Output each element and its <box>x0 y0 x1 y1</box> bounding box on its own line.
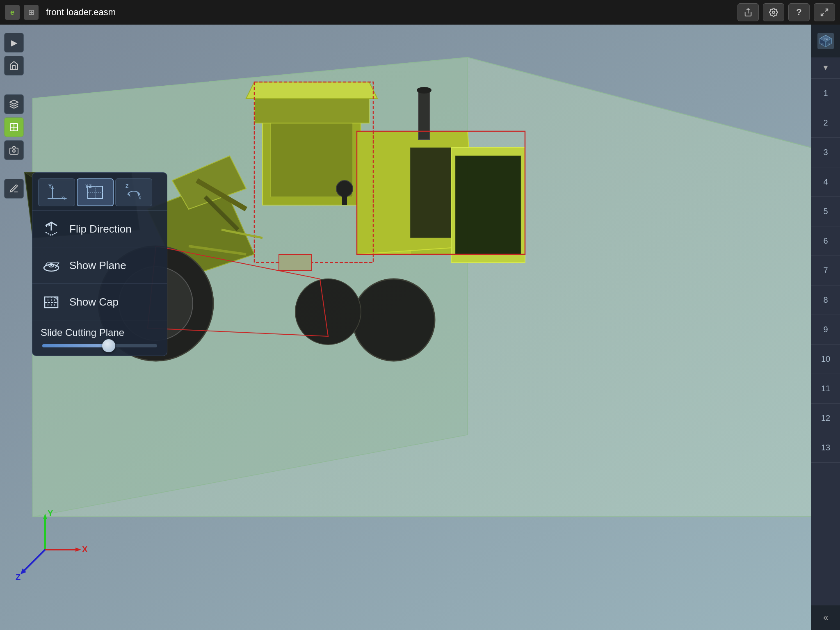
right-num-11[interactable]: 11 <box>811 374 840 404</box>
right-num-4[interactable]: 4 <box>811 167 840 197</box>
header: e ⊞ front loader.easm ? <box>0 0 840 25</box>
pencil-icon <box>9 184 19 194</box>
svg-point-76 <box>50 265 52 266</box>
share-button[interactable] <box>737 3 759 21</box>
sidebar-pencil-button[interactable] <box>4 179 24 199</box>
show-cap-label: Show Cap <box>69 296 119 308</box>
svg-rect-33 <box>279 254 312 271</box>
axis-zx-button[interactable]: Z x <box>115 178 152 206</box>
down-arrow-icon: ▼ <box>822 64 829 72</box>
help-icon: ? <box>796 7 801 18</box>
svg-rect-15 <box>455 156 521 254</box>
slide-cutting-plane-section: Slide Cutting Plane <box>32 320 167 356</box>
right-num-5[interactable]: 5 <box>811 197 840 226</box>
right-num-1[interactable]: 1 <box>811 79 840 108</box>
collapse-icon: « <box>823 612 828 623</box>
sidebar-home-button[interactable] <box>4 56 24 75</box>
svg-text:RI: RI <box>828 43 830 45</box>
nav-cube-container[interactable]: TOP FR RI <box>811 25 840 57</box>
svg-text:TOP: TOP <box>824 38 828 41</box>
right-num-13[interactable]: 13 <box>811 433 840 463</box>
svg-point-22 <box>353 279 435 361</box>
left-sidebar: ▶ <box>0 25 28 630</box>
svg-point-25 <box>417 87 431 94</box>
snapshot-icon <box>9 145 19 155</box>
settings-button[interactable] <box>763 3 784 21</box>
flip-direction-label: Flip Direction <box>69 223 132 235</box>
flip-direction-item[interactable]: Flip Direction <box>32 211 167 247</box>
grid-icon[interactable]: ⊞ <box>24 5 39 20</box>
svg-rect-49 <box>10 148 18 154</box>
sidebar-section-button[interactable] <box>4 117 24 137</box>
axis-yz-button[interactable]: Y Z <box>77 178 114 206</box>
svg-text:X: X <box>82 545 88 554</box>
help-button[interactable]: ? <box>788 3 810 21</box>
right-num-2[interactable]: 2 <box>811 108 840 138</box>
right-num-6[interactable]: 6 <box>811 226 840 256</box>
logo-icon[interactable]: e <box>5 5 20 20</box>
show-plane-icon <box>41 255 62 276</box>
right-num-9[interactable]: 9 <box>811 315 840 345</box>
section-popup-menu: Y x Y Z Z x <box>32 172 167 356</box>
svg-marker-82 <box>55 297 58 300</box>
slider-title: Slide Cutting Plane <box>41 327 159 338</box>
3d-nav-cube[interactable]: TOP FR RI <box>817 33 834 49</box>
svg-rect-24 <box>418 90 430 139</box>
svg-line-1 <box>825 9 828 11</box>
svg-text:Z: Z <box>126 183 128 189</box>
sidebar-snapshot-button[interactable] <box>4 140 24 160</box>
show-plane-item[interactable]: Show Plane <box>32 247 167 284</box>
right-num-12[interactable]: 12 <box>811 404 840 433</box>
show-cap-item[interactable]: Show Cap <box>32 284 167 320</box>
fullscreen-button[interactable] <box>814 3 835 21</box>
slider-fill <box>42 344 109 347</box>
svg-rect-8 <box>254 98 369 123</box>
slider-thumb[interactable] <box>102 339 115 352</box>
svg-point-50 <box>13 150 15 152</box>
home-icon <box>9 61 19 71</box>
svg-text:x: x <box>62 195 64 201</box>
svg-line-2 <box>821 13 824 16</box>
svg-marker-45 <box>10 100 18 104</box>
axis-yx-button[interactable]: Y x <box>38 178 75 206</box>
right-num-8[interactable]: 8 <box>811 285 840 315</box>
svg-marker-9 <box>246 82 377 98</box>
svg-text:Y: Y <box>48 509 53 518</box>
svg-text:Y: Y <box>48 183 52 189</box>
svg-point-0 <box>772 11 775 14</box>
right-num-7[interactable]: 7 <box>811 256 840 285</box>
flip-direction-icon <box>41 218 62 240</box>
svg-rect-27 <box>342 189 347 205</box>
app-title: front loader.easm <box>46 7 733 18</box>
show-cap-icon <box>41 291 62 313</box>
sidebar-play-button[interactable]: ▶ <box>4 33 24 52</box>
play-icon: ▶ <box>11 38 17 48</box>
section-icon <box>9 122 19 132</box>
cutting-plane-slider-track[interactable] <box>42 344 157 347</box>
right-sidebar: TOP FR RI ▼ 1 2 3 4 5 6 7 8 9 10 11 12 1… <box>811 25 840 630</box>
svg-marker-63 <box>64 197 67 200</box>
svg-marker-71 <box>128 192 130 197</box>
right-num-3[interactable]: 3 <box>811 138 840 167</box>
layers-icon <box>9 99 19 109</box>
right-num-10[interactable]: 10 <box>811 345 840 374</box>
show-plane-label: Show Plane <box>69 259 126 272</box>
svg-text:FR: FR <box>821 43 823 45</box>
collapse-sidebar-button[interactable]: « <box>811 605 840 630</box>
axis-selector-row: Y x Y Z Z x <box>32 173 167 211</box>
right-down-arrow[interactable]: ▼ <box>811 57 840 79</box>
sidebar-layers-button[interactable] <box>4 94 24 114</box>
